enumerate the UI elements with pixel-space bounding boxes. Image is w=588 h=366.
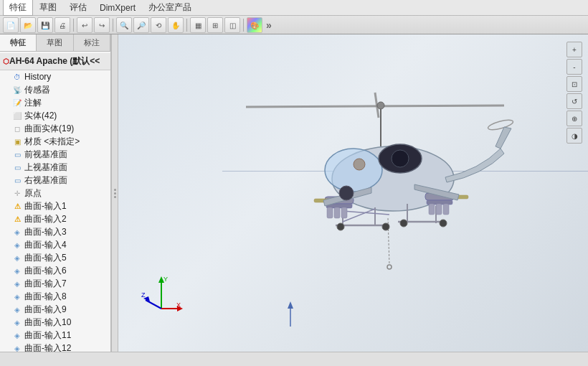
model-icon: ⬡ [3,57,9,65]
tb-save-btn[interactable]: 💾 [37,17,53,33]
origin-icon: ✛ [11,187,23,199]
svg-rect-27 [429,204,435,215]
tree-item-curve5-label: 曲面-输入5 [24,252,67,264]
svg-line-43 [146,300,161,309]
vp-zoom-out-btn[interactable]: - [566,59,582,75]
main-content: 特征 草图 标注 ⬡ AH-64 Apache (默认<< ⏱ History … [0,34,588,352]
tb-sep4 [243,19,244,32]
panel-tab-features[interactable]: 特征 [0,34,37,51]
tb-new-btn[interactable]: 📄 [3,17,19,33]
panel-resize-handle[interactable] [111,34,118,352]
top-plane-icon: ▭ [11,161,23,173]
tree-item-right-plane[interactable]: ▭ 右视基准面 [0,174,110,187]
tb-redo-btn[interactable]: ↪ [94,17,110,33]
tree-item-material-label: 材质 <未指定> [24,136,80,148]
tb-open-btn[interactable]: 📂 [20,17,36,33]
tab-office[interactable]: 办公室产品 [142,0,198,16]
surf-icon-6: ◈ [11,265,23,276]
tb-view3-btn[interactable]: ◫ [224,17,240,33]
tb-view2-btn[interactable]: ⊞ [207,17,223,33]
panel-tab-annot[interactable]: 标注 [74,34,110,51]
tb-sep1 [73,19,74,32]
tree-item-top-plane[interactable]: ▭ 上视基准面 [0,161,110,174]
surf-icon-5: ◈ [11,252,23,263]
tree-item-curve12[interactable]: ◈ 曲面-输入12 [0,342,110,352]
svg-rect-26 [341,207,347,218]
tree-item-curve1[interactable]: ⚠ 曲面-输入1 [0,200,110,212]
status-bar [0,352,588,366]
tb-view1-btn[interactable]: ▦ [190,17,206,33]
tb-zoom-in-btn[interactable]: 🔍 [116,17,132,33]
tree-item-curve3[interactable]: ◈ 曲面-输入3 [0,225,110,238]
feature-tree[interactable]: ⬡ AH-64 Apache (默认<< ⏱ History 📡 传感器 📝 注… [0,52,110,352]
tree-item-curve12-label: 曲面-输入12 [24,342,71,352]
tb-expand-btn[interactable]: » [264,19,274,31]
tree-item-curve8[interactable]: ◈ 曲面-输入8 [0,290,110,303]
handle-dot-2 [114,192,116,194]
tab-features[interactable]: 特征 [3,0,33,16]
tree-item-curve6[interactable]: ◈ 曲面-输入6 [0,264,110,277]
tree-root-node[interactable]: ⬡ AH-64 Apache (默认<< [0,53,110,70]
tree-item-curve7[interactable]: ◈ 曲面-输入7 [0,277,110,290]
tb-sep2 [113,19,113,32]
helicopter-model [176,49,574,309]
surf-icon-8: ◈ [11,291,23,302]
tree-item-front-plane[interactable]: ▭ 前视基准面 [0,148,110,161]
solid-icon: ⬜ [11,110,23,121]
tab-dimxpert[interactable]: DimXpert [93,1,142,15]
tree-item-surface-label: 曲面实体(19) [24,123,74,135]
surf-icon-7: ◈ [11,278,23,289]
panel-tabs: 特征 草图 标注 [0,34,110,52]
tb-rotate-btn[interactable]: ⟲ [151,17,166,33]
vp-fit-btn[interactable]: ⊡ [566,76,582,92]
svg-point-30 [337,223,344,230]
tb-pan-btn[interactable]: ✋ [168,17,184,33]
warn-icon-2: ⚠ [11,213,23,225]
tree-item-curve5[interactable]: ◈ 曲面-输入5 [0,251,110,264]
tree-item-annotations[interactable]: 📝 注解 [0,96,110,109]
tree-item-solid[interactable]: ⬜ 实体(42) [0,109,110,122]
tree-item-origin-label: 原点 [24,187,42,200]
tree-item-curve1-label: 曲面-输入1 [24,200,67,212]
vp-pan-btn[interactable]: ⊕ [566,111,582,126]
material-icon: ▣ [11,136,23,147]
vp-section-btn[interactable]: ◑ [566,128,582,144]
svg-line-14 [343,209,375,222]
surf-icon-3: ◈ [11,226,23,238]
tree-item-curve8-label: 曲面-输入8 [24,291,67,303]
tb-print-btn[interactable]: 🖨 [54,17,70,33]
tree-item-curve6-label: 曲面-输入6 [24,265,67,277]
tree-item-history[interactable]: ⏱ History [0,70,110,83]
right-plane-icon: ▭ [11,174,23,186]
tree-item-curve9[interactable]: ◈ 曲面-输入9 [0,303,110,316]
tree-item-origin[interactable]: ✛ 原点 [0,187,110,200]
svg-line-0 [246,105,504,107]
tree-item-sensors[interactable]: 📡 传感器 [0,83,110,96]
surf-icon-11: ◈ [11,329,23,341]
svg-text:X: X [176,301,181,309]
surf-icon-4: ◈ [11,239,23,250]
tb-color-btn[interactable]: 🎨 [247,17,262,33]
3d-viewport[interactable]: 沐风网 www.mfcad.com [118,34,588,352]
tree-item-surface[interactable]: ◻ 曲面实体(19) [0,122,110,135]
tree-item-curve2[interactable]: ⚠ 曲面-输入2 [0,212,110,225]
vp-zoom-in-btn[interactable]: + [566,42,582,57]
tree-item-curve10-label: 曲面-输入10 [24,316,71,329]
handle-dot-1 [114,189,116,191]
panel-tab-sketch[interactable]: 草图 [37,34,73,51]
tree-item-curve3-label: 曲面-输入3 [24,226,67,238]
tree-item-curve4[interactable]: ◈ 曲面-输入4 [0,238,110,251]
sensor-icon: 📡 [11,84,23,95]
vp-rotate-btn[interactable]: ↺ [566,93,582,109]
tree-item-curve10[interactable]: ◈ 曲面-输入10 [0,316,110,329]
tree-item-material[interactable]: ▣ 材质 <未指定> [0,135,110,148]
svg-point-6 [392,150,409,167]
tree-item-history-label: History [24,72,51,82]
tab-sketch[interactable]: 草图 [33,0,63,16]
tb-undo-btn[interactable]: ↩ [77,17,93,33]
svg-rect-25 [334,207,340,218]
toolbar-row: 📄 📂 💾 🖨 ↩ ↪ 🔍 🔎 ⟲ ✋ ▦ ⊞ ◫ 🎨 » [0,16,588,34]
tb-zoom-out-btn[interactable]: 🔎 [133,17,149,33]
tab-evaluate[interactable]: 评估 [63,0,93,16]
tree-item-curve11[interactable]: ◈ 曲面-输入11 [0,329,110,342]
